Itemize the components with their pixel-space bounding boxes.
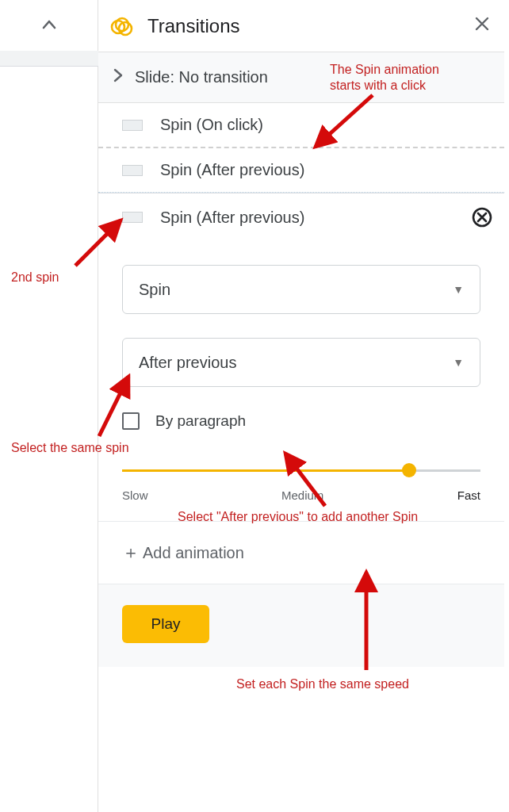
play-button[interactable]: Play — [122, 605, 209, 643]
chevron-down-icon: ▼ — [453, 283, 464, 296]
object-thumb-icon — [122, 165, 143, 176]
speed-slider[interactable] — [122, 463, 480, 477]
object-thumb-icon — [122, 120, 143, 131]
slide-transition-label: Slide: No transition — [135, 68, 268, 86]
animation-item-label: Spin (After previous) — [160, 161, 304, 179]
by-paragraph-checkbox[interactable] — [122, 412, 140, 430]
add-animation-label: Add animation — [143, 544, 244, 562]
panel-header: Transitions — [98, 0, 504, 52]
plus-icon: ＋ — [122, 541, 143, 565]
panel-title: Transitions — [147, 15, 474, 37]
animation-item-label: Spin (After previous) — [160, 209, 304, 227]
animation-trigger-select[interactable]: After previous ▼ — [122, 338, 480, 387]
filmstrip-tab — [0, 51, 98, 67]
animation-item-label: Spin (On click) — [160, 116, 263, 134]
collapse-panel-button[interactable] — [0, 0, 98, 49]
speed-slow-label: Slow — [122, 488, 148, 502]
object-thumb-icon — [122, 212, 143, 223]
play-button-label: Play — [151, 615, 181, 633]
speed-fast-label: Fast — [457, 488, 480, 502]
animation-editor: Spin ▼ After previous ▼ By paragraph Slo… — [98, 241, 504, 521]
slider-fill — [122, 469, 409, 472]
animation-item-1[interactable]: Spin (On click) — [98, 103, 504, 148]
add-animation-button[interactable]: ＋ Add animation — [98, 521, 504, 584]
chevron-right-icon — [113, 68, 135, 86]
transitions-panel: Transitions Slide: No transition Spin (O… — [98, 0, 504, 812]
slide-transition-row[interactable]: Slide: No transition — [98, 52, 504, 103]
play-row: Play — [98, 584, 504, 667]
svg-point-1 — [116, 18, 128, 31]
delete-animation-icon[interactable] — [471, 206, 493, 228]
animation-type-value: Spin — [139, 281, 170, 299]
by-paragraph-label: By paragraph — [155, 412, 246, 430]
animation-trigger-value: After previous — [139, 354, 236, 372]
animation-item-2[interactable]: Spin (After previous) — [98, 148, 504, 193]
transitions-icon — [109, 14, 133, 38]
close-icon[interactable] — [474, 16, 490, 36]
chevron-down-icon: ▼ — [453, 356, 464, 369]
animation-type-select[interactable]: Spin ▼ — [122, 265, 480, 314]
slider-thumb[interactable] — [402, 463, 416, 477]
animation-item-3[interactable]: Spin (After previous) — [98, 193, 504, 241]
speed-labels: Slow Medium Fast — [122, 488, 480, 502]
speed-medium-label: Medium — [281, 488, 323, 502]
